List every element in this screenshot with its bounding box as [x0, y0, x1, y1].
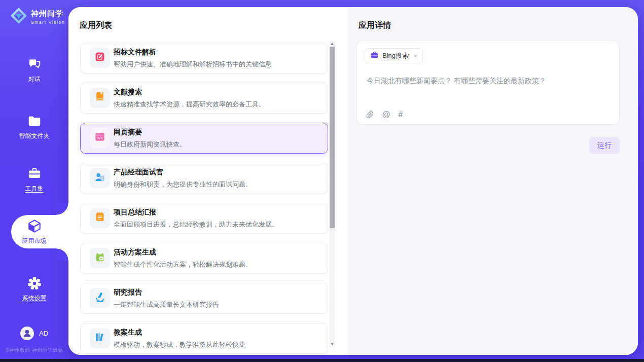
app-icon-box: [90, 328, 110, 348]
pen-square-icon: [94, 51, 105, 64]
app-card-title: 文献搜索: [114, 88, 323, 97]
microscope-icon: [94, 292, 105, 305]
app-card-title: 研究报告: [114, 288, 323, 297]
scrollbar-up-arrow-icon[interactable]: [330, 41, 335, 47]
logo: 神州问学 Smart Vision: [10, 7, 65, 27]
sidebar-item-chat[interactable]: 对话: [0, 54, 68, 87]
gear-icon: [27, 276, 42, 291]
app-card-text: 活动方案生成 智能生成个性化活动方案，轻松解决规划难题。: [114, 248, 323, 269]
app-card-desc: 模板驱动，教案秒成，教学准备从此轻松快捷: [114, 340, 323, 349]
sidebar-item-smart-folders[interactable]: 智能文件夹: [0, 111, 68, 143]
sidebar-item-label: 工具集: [25, 185, 44, 193]
app-card-text: 文献搜索 快速精准查找学术资源，提高研究效率的必备工具。: [114, 88, 323, 109]
app-card-desc: 快速精准查找学术资源，提高研究效率的必备工具。: [114, 100, 323, 109]
app-frame: 神州问学 Smart Vision 对话 智能文件夹 工具集 应用市场系统设置 …: [0, 0, 644, 362]
browser-icon: </>: [94, 131, 105, 144]
app-card-desc: 每日政府新闻资讯快查。: [114, 140, 323, 149]
scrollbar-down-arrow-icon[interactable]: [330, 341, 335, 347]
logo-icon: [10, 7, 28, 27]
app-card-title: 产品经理面试官: [114, 168, 323, 177]
bottom-bar: [0, 359, 644, 362]
app-card-title: 项目总结汇报: [114, 208, 323, 217]
tool-tag-bing-search[interactable]: Bing搜索 ×: [365, 48, 423, 63]
sidebar-item-label: 应用市场: [22, 237, 47, 245]
app-card-text: 研究报告 一键智能生成高质量长文本研究报告: [114, 288, 323, 309]
app-card-title: 网页摘要: [114, 128, 323, 137]
app-card-desc: 全面回顾项目进展，总结经验教训，助力未来优化发展。: [114, 220, 323, 229]
app-card-text: 网页摘要 每日政府新闻资讯快查。: [114, 128, 323, 149]
app-icon-box: </>: [90, 128, 110, 148]
app-card[interactable]: 活动方案生成 智能生成个性化活动方案，轻松解决规划难题。: [80, 243, 328, 274]
app-card-desc: 智能生成个性化活动方案，轻松解决规划难题。: [114, 260, 323, 269]
app-icon-box: [90, 248, 110, 268]
app-icon-box: [90, 168, 110, 188]
app-card[interactable]: 项目总结汇报 全面回顾项目进展，总结经验教训，助力未来优化发展。: [80, 203, 328, 234]
tag-close-icon[interactable]: ×: [413, 52, 417, 60]
main-content: 应用列表 招标文件解析 帮助用户快速、准确地理解和解析招标书中的关键信息 文献搜…: [68, 7, 638, 355]
hash-icon[interactable]: #: [399, 111, 403, 119]
prompt-card: Bing搜索 × 今日湖北有哪些新闻要点？ 有哪些需要关注的最新政策？ @#: [356, 41, 620, 125]
active-tab-curve-top: [56, 203, 68, 215]
app-icon-box: [90, 88, 110, 108]
app-card-title: 招标文件解析: [114, 48, 323, 57]
book-icon: [94, 91, 105, 104]
scrollbar-thumb[interactable]: [330, 47, 335, 228]
paperclip-icon[interactable]: [366, 110, 374, 119]
app-list-panel: 应用列表 招标文件解析 帮助用户快速、准确地理解和解析招标书中的关键信息 文献搜…: [68, 7, 347, 355]
user-avatar-icon: [20, 327, 34, 340]
app-icon-box: [90, 48, 110, 68]
app-card[interactable]: 产品经理面试官 明确身份和职责，为您提供专业性的面试问题。: [80, 163, 328, 194]
sidebar-item-toolkit[interactable]: 工具集: [0, 163, 68, 196]
interviewer-icon: [94, 171, 105, 185]
sidebar-item-settings[interactable]: 系统设置: [0, 273, 68, 306]
logo-subtitle: Smart Vision: [31, 20, 65, 25]
app-card-desc: 一键智能生成高质量长文本研究报告: [114, 300, 323, 309]
prompt-toolbar: @#: [366, 110, 403, 119]
folder-icon: [27, 114, 42, 129]
sidebar: 神州问学 Smart Vision 对话 智能文件夹 工具集 应用市场系统设置 …: [0, 0, 68, 359]
app-card[interactable]: 研究报告 一键智能生成高质量长文本研究报告: [80, 283, 328, 314]
notepad-icon: [94, 211, 105, 225]
at-icon[interactable]: @: [382, 111, 390, 119]
app-card-text: 招标文件解析 帮助用户快速、准确地理解和解析招标书中的关键信息: [114, 48, 323, 69]
app-card[interactable]: 招标文件解析 帮助用户快速、准确地理解和解析招标书中的关键信息: [80, 43, 328, 74]
books-icon: [94, 332, 105, 345]
svg-text:</>: </>: [97, 136, 103, 139]
app-card-text: 产品经理面试官 明确身份和职责，为您提供专业性的面试问题。: [114, 168, 323, 189]
logo-title: 神州问学: [31, 9, 65, 19]
app-icon-box: [90, 288, 110, 308]
app-card-text: 项目总结汇报 全面回顾项目进展，总结经验教训，助力未来优化发展。: [114, 208, 323, 229]
active-tab-curve-bottom: [56, 248, 68, 261]
app-cards: 招标文件解析 帮助用户快速、准确地理解和解析招标书中的关键信息 文献搜索 快速精…: [80, 43, 328, 355]
app-card-title: 活动方案生成: [114, 248, 323, 257]
app-card-desc: 明确身份和职责，为您提供专业性的面试问题。: [114, 180, 323, 189]
sidebar-item-label: 对话: [28, 75, 41, 84]
scrollbar[interactable]: [330, 41, 335, 347]
user-initials: AD: [39, 330, 48, 337]
app-card-title: 教案生成: [114, 328, 323, 337]
app-list-title: 应用列表: [80, 20, 112, 31]
query-text[interactable]: 今日湖北有哪些新闻要点？ 有哪些需要关注的最新政策？: [367, 76, 609, 86]
app-card[interactable]: </> 网页摘要 每日政府新闻资讯快查。: [80, 123, 328, 154]
app-card-text: 教案生成 模板驱动，教案秒成，教学准备从此轻松快捷: [114, 328, 323, 349]
app-card[interactable]: 文献搜索 快速精准查找学术资源，提高研究效率的必备工具。: [80, 83, 328, 114]
sidebar-item-app-market[interactable]: 应用市场: [0, 215, 68, 248]
user-profile[interactable]: AD: [0, 327, 68, 340]
app-detail-title: 应用详情: [359, 20, 391, 31]
app-card[interactable]: 教案生成 模板驱动，教案秒成，教学准备从此轻松快捷: [80, 323, 328, 354]
sidebar-item-label: 系统设置: [22, 294, 47, 303]
chat-icon: [27, 57, 42, 72]
cube-icon: [27, 219, 42, 234]
sidebar-item-label: 智能文件夹: [19, 132, 50, 140]
app-detail-panel: 应用详情 Bing搜索 × 今日湖北有哪些新闻要点？ 有哪些需要关注的最新政策？…: [347, 7, 638, 355]
briefcase-icon: [370, 51, 379, 61]
app-card-desc: 帮助用户快速、准确地理解和解析招标书中的关键信息: [114, 60, 323, 69]
run-button[interactable]: 运行: [589, 137, 620, 154]
tool-tag-label: Bing搜索: [382, 51, 409, 60]
app-icon-box: [90, 208, 110, 228]
toolbox-icon: [27, 166, 42, 182]
clipboard-check-icon: [94, 251, 105, 265]
copyright: ©神州数码·神州问学出品: [0, 347, 68, 354]
